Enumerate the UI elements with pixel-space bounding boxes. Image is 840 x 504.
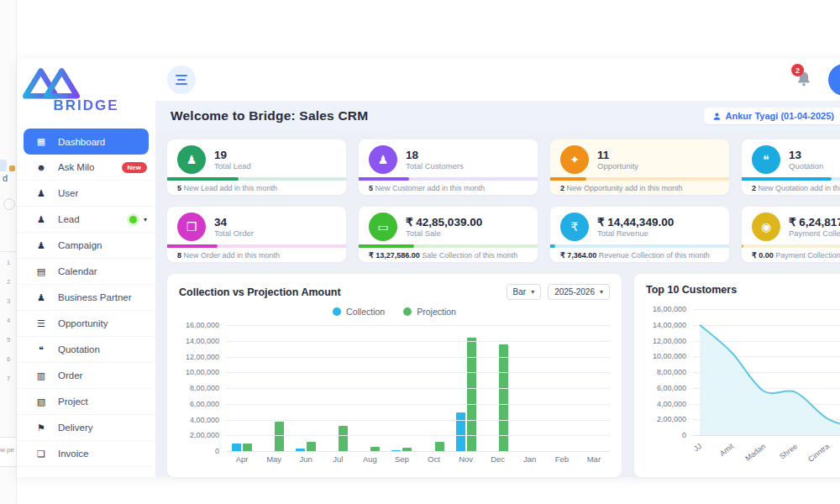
stat-label: Total Lead <box>214 161 251 171</box>
sidebar-item-delivery[interactable]: ⚑Delivery <box>17 415 155 441</box>
stat-label: Total Revenue <box>597 228 674 239</box>
background-row-number: 1 <box>7 259 10 266</box>
sidebar-item-invoice[interactable]: ❏Invoice <box>17 441 155 467</box>
progress-bar <box>742 177 840 181</box>
y-axis-label: 2,00,000 <box>657 415 686 423</box>
stat-footer: ₹ 0.00 Payment Collection of this month <box>742 248 840 262</box>
sidebar-item-order[interactable]: ▥Order <box>17 363 155 389</box>
x-axis: AprMayJunJulAugSepOctNovDecJanFebMar <box>226 454 610 464</box>
fiscal-year-select[interactable]: 2025-2026 ▾ <box>548 284 610 300</box>
y-axis-label: 6,00,000 <box>657 384 686 392</box>
users-icon: ♟ <box>35 292 47 303</box>
new-badge: New <box>122 162 147 173</box>
stat-value: ₹ 42,85,039.00 <box>406 216 482 228</box>
truck-icon: ⚑ <box>35 423 47 433</box>
notification-badge: 2 <box>791 64 804 76</box>
x-axis-label: Dec <box>482 454 514 464</box>
y-axis-label: 12,00,000 <box>186 353 219 361</box>
quotation-icon: ❝ <box>752 145 780 174</box>
topbar: 2 <box>155 59 840 101</box>
user-menu[interactable]: Ankur Tyagi (01-04-2025) <box>704 108 840 124</box>
menu-toggle-button[interactable] <box>167 66 196 94</box>
stat-value: ₹ 14,44,349.00 <box>597 216 674 228</box>
users-icon: ♟ <box>35 214 47 225</box>
chart-type-select[interactable]: Bar ▾ <box>507 284 542 300</box>
stat-cards: ♟ 19 Total Lead 5 New Lead add in this m… <box>167 139 840 262</box>
sidebar-item-label: Order <box>58 370 82 381</box>
stat-label: Payment Collection <box>789 228 840 239</box>
sidebar-item-project[interactable]: ▧Project <box>17 389 155 415</box>
y-axis-label: 8,00,000 <box>657 368 686 376</box>
bar-projection-nov <box>467 338 476 451</box>
sidebar-item-label: Delivery <box>58 423 93 433</box>
bar-collection-nov <box>456 412 465 451</box>
gridline <box>226 325 610 326</box>
sidebar-item-lead[interactable]: ♟Lead▾ <box>17 207 155 233</box>
project-icon: ▧ <box>35 396 47 407</box>
user-avatar[interactable] <box>828 64 840 96</box>
gridline <box>226 357 610 358</box>
progress-bar <box>550 177 729 181</box>
sidebar-item-dashboard[interactable]: ▦Dashboard <box>24 129 149 155</box>
background-row-number: 2 <box>7 278 10 286</box>
bar-projection-oct <box>435 442 444 451</box>
chevron-down-icon: ▾ <box>144 216 147 223</box>
logo[interactable]: BRIDGE <box>17 59 155 129</box>
legend-item-collection: Collection <box>333 307 385 317</box>
x-axis-label: Apr <box>226 454 258 464</box>
quote-icon: ❝ <box>35 344 47 355</box>
sidebar-item-label: Invoice <box>58 449 88 459</box>
stat-footer: 8 New Order add in this month <box>167 248 346 262</box>
stat-value: 11 <box>597 149 638 161</box>
collection-projection-chart-card: Collection vs Projection Amount Bar ▾ 20… <box>167 274 622 477</box>
stat-card-payment-collection: ◉ ₹ 6,24,817.00 Payment Collection ₹ 0.0… <box>742 207 840 262</box>
sidebar-item-business-partner[interactable]: ♟Business Partner <box>17 285 155 311</box>
calendar-icon: ▤ <box>35 266 47 277</box>
sidebar-item-calendar[interactable]: ▤Calendar <box>17 259 155 285</box>
y-axis-label: 12,00,000 <box>653 337 686 345</box>
sidebar-item-quotation[interactable]: ❝Quotation <box>17 337 155 363</box>
sidebar-item-user[interactable]: ♟User <box>17 181 155 207</box>
chevron-down-icon: ▾ <box>531 288 534 296</box>
gridline <box>226 420 610 421</box>
background-row-number: 5 <box>7 336 10 344</box>
stat-label: Quotation <box>789 161 823 171</box>
sidebar-item-ask-milo[interactable]: ☻Ask MiloNew <box>17 155 155 181</box>
stat-card-total-revenue: ₹ ₹ 14,44,349.00 Total Revenue ₹ 7,364.0… <box>550 207 729 262</box>
dashboard-icon: ▦ <box>35 136 47 147</box>
y-axis-label: 16,00,000 <box>186 321 219 329</box>
x-axis-label: Jun <box>290 454 322 464</box>
person-icon <box>712 112 722 121</box>
stat-card-total-order: ❒ 34 Total Order 8 New Order add in this… <box>167 207 346 262</box>
crm-app-window: BRIDGE ▦Dashboard☻Ask MiloNew♟User♟Lead▾… <box>17 59 840 477</box>
sidebar-item-campaign[interactable]: ♟Campaign <box>17 233 155 259</box>
sidebar-item-label: User <box>58 188 78 198</box>
stat-label: Opportunity <box>597 161 638 171</box>
background-fragment-text: d <box>3 173 8 183</box>
stat-label: Total Sale <box>406 228 482 239</box>
bot-icon: ☻ <box>35 162 47 172</box>
stat-card-opportunity: ✦ 11 Opportunity 2 New Opportunity add i… <box>550 139 729 195</box>
sidebar-item-label: Calendar <box>58 266 97 276</box>
sidebar-item-label: Quotation <box>58 344 100 354</box>
background-row-number: 6 <box>7 355 10 363</box>
notifications-button[interactable]: 2 <box>795 70 815 90</box>
chart-title: Collection vs Projection Amount <box>179 286 341 298</box>
sale-icon: ▭ <box>369 213 397 241</box>
y-axis-label: 10,00,000 <box>186 368 219 376</box>
main-area: 2 Welcome to Bridge: Sales CRM Ankur Tya… <box>155 59 840 477</box>
progress-bar <box>359 177 538 181</box>
bar-collection-apr <box>232 444 241 451</box>
x-axis-label: Nov <box>450 454 482 464</box>
stat-footer: 5 New Customer add in this month <box>359 181 538 195</box>
stat-value: 18 <box>406 149 464 161</box>
progress-bar <box>167 244 346 248</box>
chart-legend: Collection Projection <box>179 307 610 317</box>
background-row-number: 7 <box>7 375 10 382</box>
background-fragment-marker <box>9 165 15 171</box>
sidebar-item-label: Opportunity <box>58 318 108 328</box>
stat-footer: 2 New Quotation add in this month <box>742 181 840 195</box>
progress-bar <box>550 244 729 248</box>
gridline <box>226 404 610 405</box>
sidebar-item-opportunity[interactable]: ☰Opportunity <box>17 311 155 337</box>
